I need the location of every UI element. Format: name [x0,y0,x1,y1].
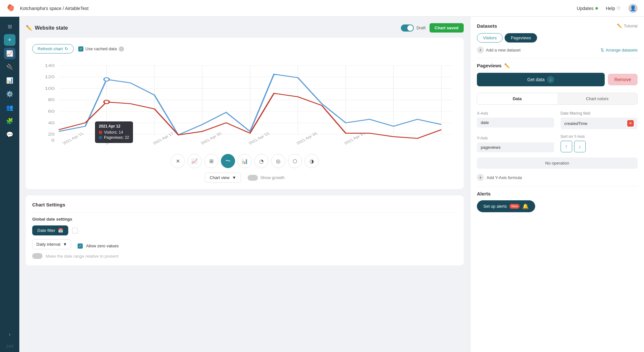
date-filter-row: Date filter 📅 [32,225,457,235]
remove-button[interactable]: Remove [608,74,638,85]
bottom-settings-row: Daily interval ▼ ✓ Allow zero values [32,239,457,249]
chart-type-radar[interactable]: ⬡ [288,154,302,168]
chart-type-line[interactable]: 📈 [187,154,202,168]
chevron-down-icon: ▼ [232,175,236,180]
info-icon[interactable]: i [119,46,124,52]
dataset-tabs: Visitors Pageviews [477,33,638,43]
sidebar-item-charts[interactable]: 📈 [4,48,15,59]
sort-y-group: Sort on Y-Axis ↑ ↓ [561,134,638,152]
date-filter-button[interactable]: Date filter 📅 [32,225,68,235]
no-operation-button[interactable]: No operation [477,157,638,169]
set-alerts-button[interactable]: Set up alerts New 🔔 [477,200,535,212]
topnav-left: Kotchanipha's space / AirtableTest [6,3,89,14]
chart-saved-button[interactable]: Chart saved [430,23,464,33]
chart-type-donut[interactable]: ◎ [271,154,285,168]
add-dataset-button[interactable]: + Add a new dataset [477,46,521,53]
tab-visitors[interactable]: Visitors [477,33,503,43]
heart-icon: ♡ [617,6,621,11]
show-growth-label: Show growth [260,175,285,180]
allow-zero-label: Allow zero values [86,243,118,248]
svg-text:60: 60 [48,109,54,113]
date-filtering-group: Date filtering field createdTime ✕ [561,111,638,129]
chart-type-polar[interactable]: ◑ [305,154,319,168]
make-relative-switch[interactable] [32,253,43,259]
refresh-label: Refresh chart [38,46,63,51]
page-header: ✏️ Website state Draft Chart saved [26,23,464,33]
chart-svg: 140 120 100 80 60 40 20 0 [32,59,457,149]
svg-text:20: 20 [48,132,54,136]
tutorial-button[interactable]: ✏️ Tutorial [617,24,638,28]
datasets-title: Datasets [477,23,497,29]
sidebar-bottom: › 2.6.0 [4,328,15,348]
get-data-row: Get data ↓ Remove [477,73,638,86]
date-filter-checkbox[interactable] [72,228,78,233]
datasets-header: Datasets ✏️ Tutorial [477,23,638,29]
new-badge: New [509,204,520,209]
sidebar-item-team[interactable]: 👥 [4,102,15,113]
y-axis-label: Y-Axis [477,136,554,140]
get-data-button[interactable]: Get data ↓ [477,73,605,86]
user-avatar[interactable]: 👤 [629,4,638,13]
allow-zero-row: ✓ Allow zero values [78,243,118,249]
edit-name-icon[interactable]: ✏️ [504,63,510,68]
chart-type-area[interactable]: 〜 [221,154,235,168]
svg-text:120: 120 [45,75,54,79]
help-nav-item[interactable]: Help ♡ [606,6,621,11]
sort-asc-button[interactable]: ↑ [561,141,572,152]
dataset-name-row: Pageviews ✏️ [477,63,638,68]
draft-switch[interactable] [401,24,414,32]
arrange-datasets-button[interactable]: ⇅ Arrange datasets [601,48,638,52]
daily-interval-dropdown[interactable]: Daily interval ▼ [32,239,71,249]
make-relative-row: Make the date range relative to present [32,253,457,259]
updates-nav-item[interactable]: Updates [577,6,598,11]
date-filtering-value[interactable]: createdTime ✕ [561,118,638,129]
show-growth-toggle[interactable]: Show growth [248,175,285,181]
add-formula-label: Add Y-Axis formula [487,175,522,180]
svg-text:2021 Apr 14: 2021 Apr 14 [104,132,127,145]
draft-toggle[interactable]: Draft [401,24,425,32]
alerts-section: Alerts Set up alerts New 🔔 [477,191,638,212]
allow-zero-checkbox[interactable]: ✓ [78,243,83,249]
sort-desc-button[interactable]: ↓ [574,141,586,152]
svg-text:2021 Apr 17: 2021 Apr 17 [152,132,175,145]
add-circle-icon: + [477,46,484,53]
sidebar-item-settings[interactable]: ⚙️ [4,88,15,100]
svg-point-24 [104,100,109,104]
sidebar-add-button[interactable]: + [4,34,15,46]
use-cached-toggle[interactable]: ✓ Use cached data i [78,46,124,52]
sidebar-item-connections[interactable]: 🔌 [4,61,15,73]
topnav: Kotchanipha's space / AirtableTest Updat… [0,0,644,17]
chart-type-none[interactable]: ✕ [171,154,185,168]
svg-point-23 [104,78,109,81]
refresh-chart-button[interactable]: Refresh chart ↻ [32,44,74,53]
sidebar-item-grid[interactable]: ⊞ [4,21,15,32]
add-formula-button[interactable]: + Add Y-Axis formula [477,174,638,181]
main-content: ✏️ Website state Draft Chart saved [19,17,644,352]
chart-type-pie[interactable]: ◔ [254,154,269,168]
tab-data[interactable]: Data [477,93,557,104]
remove-date-filter-button[interactable]: ✕ [627,120,634,127]
global-date-title: Global date settings [32,217,457,222]
svg-text:2021 Apr 11: 2021 Apr 11 [62,132,85,145]
sidebar-item-messages[interactable]: 💬 [4,129,15,140]
chart-view-dropdown[interactable]: Chart view ▼ [205,173,241,183]
use-cached-checkbox[interactable]: ✓ [78,46,83,52]
panel-tabs: Data Chart colors [477,93,638,105]
sidebar-item-reports[interactable]: 📊 [4,75,15,86]
page-title: ✏️ Website state [26,25,68,31]
sort-buttons: ↑ ↓ [561,141,638,152]
svg-text:80: 80 [48,98,54,102]
chart-type-table[interactable]: ⊞ [204,154,218,168]
show-growth-switch[interactable] [248,175,258,181]
chart-type-bar[interactable]: 📊 [238,154,252,168]
add-dataset-row: + Add a new dataset ⇅ Arrange datasets [477,46,638,53]
tab-pageviews[interactable]: Pageviews [505,33,537,43]
sidebar-item-integrations[interactable]: 🧩 [4,115,15,127]
chart-section: Refresh chart ↻ ✓ Use cached data i [26,38,464,189]
divider [32,213,457,213]
x-axis-group: X-Axis date [477,111,554,129]
tab-chart-colors[interactable]: Chart colors [557,93,638,104]
sidebar-collapse-button[interactable]: › [4,328,15,340]
add-dataset-label: Add a new dataset [486,48,521,52]
chart-view-row: Chart view ▼ Show growth [32,173,457,183]
